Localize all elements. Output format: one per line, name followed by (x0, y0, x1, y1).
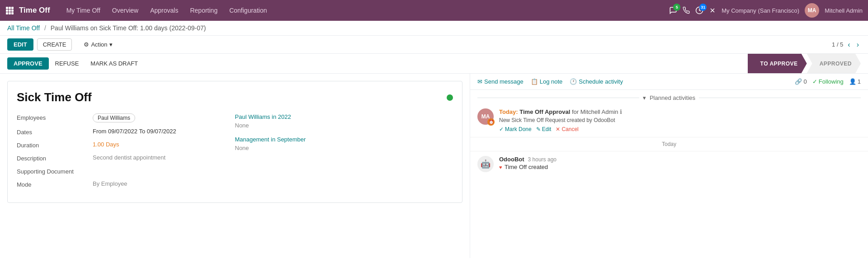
edit-activity-button[interactable]: ✎ Edit (536, 126, 552, 132)
nav-my-time-off[interactable]: My Time Off (61, 5, 106, 16)
employees-value[interactable]: Paul Williams (93, 113, 135, 122)
employees-label: Employees (17, 113, 89, 121)
mode-label: Mode (17, 180, 89, 188)
activity-for: for Mitchell Admin ℹ (572, 108, 622, 115)
activity-type: Time Off Approval (519, 108, 570, 115)
duration-label: Duration (17, 141, 89, 149)
pagination: 1 / 5 ‹ › (832, 40, 861, 50)
pipeline-stage-to-approve[interactable]: TO APPROVE (748, 54, 807, 73)
mark-done-button[interactable]: ✓ Mark Done (499, 126, 532, 132)
followers-count[interactable]: 👤 1 (849, 78, 861, 85)
nav-approvals[interactable]: Approvals (145, 5, 184, 16)
phone-icon-btn[interactable] (683, 7, 690, 14)
approve-button[interactable]: APPROVE (7, 57, 49, 70)
breadcrumb-current: Paul Williams on Sick Time Off: 1.00 day… (51, 24, 206, 32)
clock-icon: 🕐 (570, 78, 577, 85)
message-author: OdooBot (499, 156, 524, 163)
user-avatar[interactable]: MA (805, 3, 819, 18)
prev-page-button[interactable]: ‹ (846, 40, 852, 50)
edit-button[interactable]: EDIT (7, 38, 33, 51)
status-bar: APPROVE REFUSE MARK AS DRAFT TO APPROVE … (0, 54, 868, 74)
checkmark-icon: ✓ (499, 126, 504, 132)
planned-activities-label: Planned activities (650, 94, 695, 101)
top-navigation: Time Off My Time Off Overview Approvals … (0, 0, 868, 21)
dates-label: Dates (17, 128, 89, 136)
chatter-meta: 🔗 0 ✓ Following 👤 1 (795, 78, 861, 85)
form-area: Sick Time Off Employees Paul Williams Da… (0, 74, 470, 258)
svg-rect-0 (6, 7, 8, 9)
mode-row: Mode By Employee (17, 180, 235, 188)
today-divider: Today (470, 137, 868, 151)
chat-badge: 5 (673, 4, 680, 11)
pencil-icon: ✎ (536, 126, 541, 132)
person-icon: 👤 (849, 78, 856, 85)
activity-content: Today: Time Off Approval for Mitchell Ad… (499, 108, 861, 132)
action-bar: EDIT CREATE ⚙ Action ▾ 1 / 5 ‹ › (0, 36, 868, 54)
chevron-down-icon: ▾ (643, 94, 646, 101)
employees-row: Employees Paul Williams (17, 113, 235, 122)
nav-configuration[interactable]: Configuration (224, 5, 272, 16)
close-icon-btn[interactable] (709, 7, 716, 14)
management-sep-row: Management in September None (235, 136, 453, 151)
next-page-button[interactable]: › (855, 40, 861, 50)
sick-time-off-title: Sick Time Off (17, 90, 92, 104)
pipeline-stage-approved[interactable]: APPROVED (807, 54, 861, 73)
form-left: Employees Paul Williams Dates From 09/07… (17, 113, 235, 193)
activity-today: Today: (499, 108, 518, 115)
following-status[interactable]: ✓ Following (812, 78, 844, 85)
duration-row: Duration 1.00 Days (17, 141, 235, 149)
form-card: Sick Time Off Employees Paul Williams Da… (7, 81, 462, 203)
mark-as-draft-button[interactable]: MARK AS DRAFT (85, 57, 143, 70)
description-label: Description (17, 154, 89, 162)
note-icon: 📋 (531, 78, 538, 85)
create-button[interactable]: CREATE (37, 38, 72, 51)
svg-rect-1 (9, 7, 11, 9)
message-content: OdooBot 3 hours ago ♥ Time Off created (499, 156, 861, 172)
status-dot (447, 94, 453, 101)
message-text: Time Off created (505, 164, 548, 170)
refuse-button[interactable]: REFUSE (50, 57, 85, 70)
pagination-text: 1 / 5 (832, 41, 843, 48)
message-time: 3 hours ago (528, 156, 557, 163)
pipeline-stages: TO APPROVE APPROVED (748, 54, 861, 73)
chevron-down-icon: ▾ (109, 41, 113, 48)
form-title: Sick Time Off (17, 90, 453, 104)
supporting-doc-row: Supporting Document (17, 167, 235, 175)
grid-icon[interactable] (5, 6, 14, 14)
cancel-activity-button[interactable]: ✕ Cancel (556, 126, 578, 132)
svg-rect-8 (11, 12, 14, 14)
nav-reporting[interactable]: Reporting (184, 5, 223, 16)
mode-value: By Employee (93, 180, 127, 187)
breadcrumb-separator: / (44, 24, 46, 32)
status-actions: APPROVE REFUSE MARK AS DRAFT (7, 54, 143, 73)
nav-links: My Time Off Overview Approvals Reporting… (61, 5, 668, 16)
main-layout: Sick Time Off Employees Paul Williams Da… (0, 74, 868, 258)
send-icon: ✉ (477, 78, 482, 85)
activity-type-icon: ⏰ (487, 118, 495, 126)
activity-actions: ✓ Mark Done ✎ Edit ✕ Cancel (499, 126, 861, 132)
activity-badge: 31 (699, 4, 707, 11)
activity-user-avatar: MA ⏰ (477, 108, 494, 125)
times-icon: ✕ (556, 126, 560, 132)
dates-value: From 09/07/2022 To 09/07/2022 (93, 128, 176, 135)
svg-rect-5 (11, 9, 14, 12)
nav-overview[interactable]: Overview (107, 5, 144, 16)
chat-icon-btn[interactable]: 5 (669, 6, 677, 14)
action-button[interactable]: ⚙ Action ▾ (79, 39, 117, 50)
planned-activities-section: ▾ Planned activities (470, 90, 868, 104)
heart-icon: ♥ (499, 164, 502, 170)
send-message-button[interactable]: ✉ Send message (477, 78, 524, 85)
action-label: Action (91, 41, 107, 48)
svg-rect-2 (11, 7, 14, 9)
activity-body: New Sick Time Off Request created by Odo… (499, 117, 861, 123)
attachments-count: 🔗 0 (795, 78, 807, 85)
breadcrumb-parent[interactable]: All Time Off (7, 24, 40, 32)
activity-icon-btn[interactable]: 31 (695, 6, 703, 14)
dates-row: Dates From 09/07/2022 To 09/07/2022 (17, 128, 235, 136)
app-title: Time Off (19, 6, 50, 15)
duration-value: 1.00 Days (93, 141, 119, 148)
user-name[interactable]: Mitchell Admin (825, 7, 863, 14)
schedule-activity-button[interactable]: 🕐 Schedule activity (570, 78, 623, 85)
log-note-button[interactable]: 📋 Log note (531, 78, 563, 85)
topbar-right: 5 31 My Company (San Francisco) MA Mitch… (669, 3, 863, 18)
